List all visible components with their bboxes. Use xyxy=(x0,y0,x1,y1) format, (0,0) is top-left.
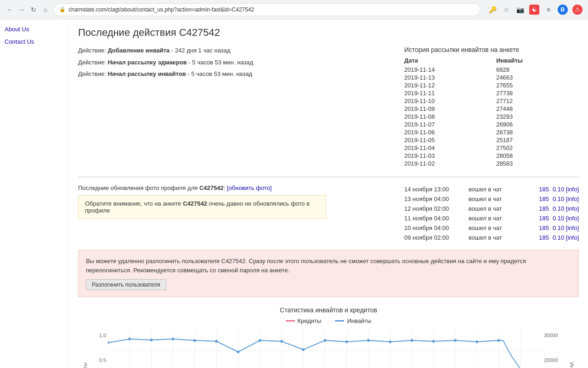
action-bold-2: Начал рассылку эдмаеров xyxy=(107,59,187,66)
sidebar-item-about-us[interactable]: About Us xyxy=(0,23,68,35)
extension-icon[interactable]: ☯ xyxy=(529,5,539,15)
warning-prefix: Обратите внимание, что на анкете xyxy=(85,200,181,207)
history-date: 2019-11-14 xyxy=(404,66,496,74)
browser-chrome: ← → ↻ ⌂ 🔒 charmdate.com/clagt/about/cont… xyxy=(0,0,588,19)
forward-button[interactable]: → xyxy=(17,6,26,14)
photo-entry-num: 185 xyxy=(531,205,549,212)
history-invites: 28583 xyxy=(496,160,579,167)
menu-icon[interactable]: ≡ xyxy=(544,5,553,14)
photo-entry-action: вошел в чат xyxy=(469,215,531,222)
history-row: 2019-11-0525187 xyxy=(404,136,579,144)
page-title: Последние действия C427542 xyxy=(78,27,579,39)
history-row: 2019-11-0927448 xyxy=(404,105,579,113)
history-table: Дата Инвайты 2019-11-1468282019-11-13246… xyxy=(404,56,579,167)
history-invites: 27738 xyxy=(496,89,579,97)
history-col-invites: Инвайты xyxy=(496,56,579,66)
action-item-3: Действие: Начал рассылку инвайтов - 5 ча… xyxy=(78,69,386,79)
legend-credits: Кредиты xyxy=(286,317,322,324)
history-row: 2019-11-1027712 xyxy=(404,97,579,105)
action-prefix-2: Действие: xyxy=(78,59,106,66)
history-row: 2019-11-146828 xyxy=(404,66,579,74)
history-date: 2019-11-11 xyxy=(404,89,496,97)
divider-1 xyxy=(78,177,579,177)
chart-title: Статистика инвайтов и кредитов xyxy=(78,306,579,314)
photo-entry-info[interactable]: 0.10 [info] xyxy=(553,215,579,222)
history-date: 2019-11-13 xyxy=(404,74,496,81)
photo-entry-num: 185 xyxy=(531,196,549,202)
svg-point-28 xyxy=(215,340,218,343)
history-title: История рассылки инвайтов на анкете xyxy=(404,46,579,53)
profile-icon[interactable]: B xyxy=(558,5,568,15)
photo-entry-num: 185 xyxy=(531,234,549,241)
photo-title-prefix: Последние обновления фото профиля для xyxy=(78,184,198,191)
photo-entry: 14 ноября 13:00вошел в чат1850.10 [info] xyxy=(404,184,579,194)
photo-entry-info[interactable]: 0.10 [info] xyxy=(553,205,579,212)
photo-user-id: C427542 xyxy=(199,184,224,191)
chart-legend: Кредиты Инвайты xyxy=(78,317,579,324)
photo-entry-date: 12 ноября 02:00 xyxy=(404,205,469,212)
svg-point-40 xyxy=(475,340,478,343)
action-suffix-2: - 5 часов 53 мин. назад xyxy=(188,59,253,66)
home-button[interactable]: ⌂ xyxy=(41,6,50,14)
chart-section: Статистика инвайтов и кредитов Кредиты И… xyxy=(78,306,579,368)
history-col-date: Дата xyxy=(404,56,496,66)
history-date: 2019-11-03 xyxy=(404,152,496,160)
photo-entry-date: 14 ноября 13:00 xyxy=(404,186,469,193)
action-suffix-1: - 242 дня 1 час назад xyxy=(171,47,231,54)
key-icon[interactable]: 🔑 xyxy=(488,5,497,14)
url-text: charmdate.com/clagt/about/contact_us.php… xyxy=(68,6,254,13)
history-invites: 27448 xyxy=(496,105,579,113)
history-date: 2019-11-07 xyxy=(404,121,496,128)
star-icon[interactable]: ☆ xyxy=(502,5,511,14)
legend-credits-line xyxy=(286,320,295,322)
svg-point-24 xyxy=(128,338,131,340)
photo-warning: Обратите внимание, что на анкете C427542… xyxy=(78,195,326,219)
photo-entry-action: вошел в чат xyxy=(469,205,531,212)
history-invites: 26906 xyxy=(496,121,579,128)
svg-point-32 xyxy=(302,348,305,351)
refresh-button[interactable]: ↻ xyxy=(29,6,38,14)
history-invites: 27502 xyxy=(496,144,579,152)
photo-entry-num: 185 xyxy=(531,215,549,222)
photo-entry-date: 09 ноября 02:00 xyxy=(404,234,469,241)
actions-history-section: Действие: Добавление инвайта - 242 дня 1… xyxy=(78,46,579,167)
photo-entry-num: 185 xyxy=(531,186,549,193)
update-photo-link[interactable]: [обновить фото] xyxy=(227,184,272,191)
history-row: 2019-11-1227655 xyxy=(404,81,579,89)
sidebar-item-contact-us[interactable]: Contact Us xyxy=(0,35,68,48)
back-button[interactable]: ← xyxy=(6,6,14,14)
page-wrapper: About Us Contact Us Последние действия C… xyxy=(0,19,588,368)
action-item-2: Действие: Начал рассылку эдмаеров - 5 ча… xyxy=(78,58,386,67)
history-row: 2019-11-0626738 xyxy=(404,128,579,136)
y-right-label: Инвайты xyxy=(569,362,575,368)
logout-button[interactable]: Разлогинить пользователя xyxy=(86,279,166,290)
photo-entry: 12 ноября 02:00вошел в чат1850.10 [info] xyxy=(404,204,579,213)
address-bar[interactable]: 🔒 charmdate.com/clagt/about/contact_us.p… xyxy=(53,3,481,16)
logout-section: Вы можете удаленно разлогинить пользоват… xyxy=(78,250,579,297)
photo-entry-action: вошел в чат xyxy=(469,234,531,241)
photo-entry-action: вошел в чат xyxy=(469,196,531,202)
instagram-icon[interactable]: 📷 xyxy=(515,5,525,14)
y-tick-10: 1.0 xyxy=(99,333,106,338)
action-prefix-1: Действие: xyxy=(78,47,106,54)
legend-invites: Инвайты xyxy=(335,317,371,324)
history-date: 2019-11-04 xyxy=(404,144,496,152)
history-row: 2019-11-0228583 xyxy=(404,160,579,167)
photo-entry-info[interactable]: 0.10 [info] xyxy=(553,234,579,241)
y-tick-05: 0.5 xyxy=(99,357,106,363)
photo-entry-info[interactable]: 0.10 [info] xyxy=(553,224,579,231)
action-bold-1: Добавление инвайта xyxy=(107,47,170,54)
history-row: 2019-11-1324663 xyxy=(404,74,579,81)
main-content: Последние действия C427542 Действие: Доб… xyxy=(69,19,588,368)
history-row: 2019-11-0823293 xyxy=(404,113,579,121)
action-bold-3: Начал рассылку инвайтов xyxy=(107,70,186,77)
svg-point-29 xyxy=(237,351,240,353)
action-item-1: Действие: Добавление инвайта - 242 дня 1… xyxy=(78,46,386,55)
svg-point-31 xyxy=(280,340,283,343)
photo-entry-info[interactable]: 0.10 [info] xyxy=(553,186,579,193)
lock-icon: 🔒 xyxy=(59,6,66,12)
history-date: 2019-11-12 xyxy=(404,81,496,89)
extension2-icon[interactable]: ⚠ xyxy=(572,5,582,15)
photo-entry-info[interactable]: 0.10 [info] xyxy=(553,196,579,202)
svg-point-23 xyxy=(108,341,109,344)
